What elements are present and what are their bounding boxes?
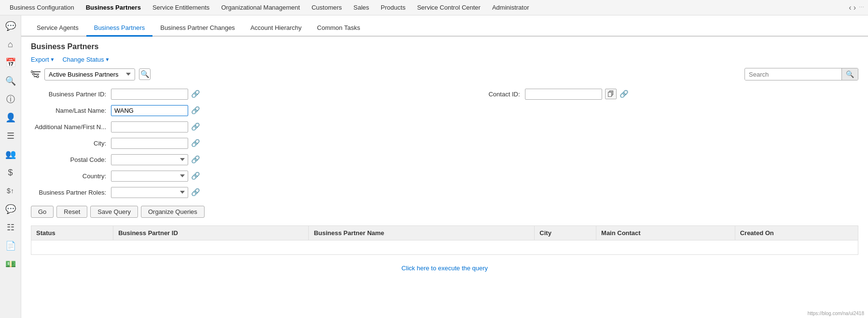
postal-code-row: Postal Code: 🔗 xyxy=(31,153,445,166)
col-main-contact: Main Contact xyxy=(596,226,735,240)
col-created-on: Created On xyxy=(735,226,858,240)
col-business-partner-id: Business Partner ID xyxy=(113,226,309,240)
business-partner-id-label: Business Partner ID: xyxy=(31,91,108,98)
form-right-column: Contact ID: 🗍 🔗 xyxy=(445,87,859,199)
contact-id-label: Contact ID: xyxy=(445,91,522,98)
search-box: 🔍 xyxy=(744,68,858,80)
dollar2-icon[interactable]: $↑ xyxy=(2,182,19,199)
search-input[interactable] xyxy=(745,69,841,80)
city-link-icon[interactable]: 🔗 xyxy=(191,139,200,147)
country-row: Country: 🔗 xyxy=(31,169,445,183)
nav-service-entitlements[interactable]: Service Entitlements xyxy=(147,0,216,15)
nav-more[interactable]: ⋯ xyxy=(859,4,864,11)
name-last-name-row: Name/Last Name: 🔗 xyxy=(31,104,445,117)
page-body: Business Partners Export ▼ Change Status… xyxy=(21,37,868,318)
business-partner-id-link-icon[interactable]: 🔗 xyxy=(191,90,200,98)
info-icon[interactable]: ⓘ xyxy=(2,91,19,108)
postal-code-label: Postal Code: xyxy=(31,156,108,163)
postal-code-select[interactable] xyxy=(111,154,188,165)
results-table: Status Business Partner ID Business Part… xyxy=(31,225,858,255)
svg-point-5 xyxy=(37,76,39,78)
name-last-name-input[interactable] xyxy=(111,105,188,116)
nav-arrows: ‹ › xyxy=(849,3,856,12)
name-last-name-link-icon[interactable]: 🔗 xyxy=(191,106,200,115)
table-icon[interactable]: ☷ xyxy=(2,219,19,236)
table-empty-row xyxy=(31,240,858,255)
organize-queries-button[interactable]: Organize Queries xyxy=(141,206,205,218)
filter-row: Active Business Partners All Business Pa… xyxy=(31,68,858,80)
group-icon[interactable]: 👥 xyxy=(2,146,19,163)
business-partner-roles-select[interactable] xyxy=(111,187,188,198)
nav-business-partners[interactable]: Business Partners xyxy=(80,0,147,15)
additional-name-label: Additional Name/First N... xyxy=(31,123,108,131)
business-partner-roles-link-icon[interactable]: 🔗 xyxy=(191,188,200,197)
city-label: City: xyxy=(31,140,108,147)
person-icon[interactable]: 👤 xyxy=(2,109,19,126)
tab-account-hierarchy[interactable]: Account Hierarchy xyxy=(243,20,309,37)
main-content: Service Agents Business Partners Busines… xyxy=(21,15,868,318)
business-partner-roles-label: Business Partner Roles: xyxy=(31,189,108,196)
nav-business-config[interactable]: Business Configuration xyxy=(4,0,80,15)
search-sidebar-icon[interactable]: 🔍 xyxy=(2,72,19,90)
coin-icon[interactable]: 💵 xyxy=(2,255,19,273)
contact-id-input[interactable] xyxy=(525,89,602,100)
go-button[interactable]: Go xyxy=(31,206,54,218)
tab-business-partners[interactable]: Business Partners xyxy=(86,20,153,37)
top-navigation: Business Configuration Business Partners… xyxy=(0,0,868,15)
svg-point-3 xyxy=(31,71,33,73)
contact-id-link-icon[interactable]: 🔗 xyxy=(620,90,629,98)
tab-common-tasks[interactable]: Common Tasks xyxy=(309,20,368,37)
nav-products[interactable]: Products xyxy=(375,0,411,15)
nav-service-control-center[interactable]: Service Control Center xyxy=(411,0,486,15)
save-query-button[interactable]: Save Query xyxy=(90,206,138,218)
sub-tab-bar: Service Agents Business Partners Busines… xyxy=(21,15,868,37)
col-status: Status xyxy=(31,226,113,240)
filter-dropdown[interactable]: Active Business Partners All Business Pa… xyxy=(44,68,135,80)
city-row: City: 🔗 xyxy=(31,136,445,150)
export-link[interactable]: Export ▼ xyxy=(31,56,55,63)
page-title: Business Partners xyxy=(31,42,858,51)
search-button[interactable]: 🔍 xyxy=(841,68,858,80)
home-icon[interactable]: ⌂ xyxy=(2,36,19,53)
reset-button[interactable]: Reset xyxy=(56,206,87,218)
col-business-partner-name: Business Partner Name xyxy=(309,226,535,240)
comment-icon[interactable]: 💬 xyxy=(2,200,19,218)
search-form: Business Partner ID: 🔗 Name/Last Name: 🔗… xyxy=(31,87,858,199)
country-select[interactable] xyxy=(111,171,188,182)
nav-forward-arrow[interactable]: › xyxy=(854,3,856,12)
execute-query-link[interactable]: Click here to execute the query xyxy=(31,255,858,281)
country-label: Country: xyxy=(31,172,108,180)
nav-customers[interactable]: Customers xyxy=(306,0,348,15)
svg-point-4 xyxy=(33,73,35,75)
tab-business-partner-changes[interactable]: Business Partner Changes xyxy=(152,20,243,37)
additional-name-row: Additional Name/First N... 🔗 xyxy=(31,120,445,133)
additional-name-input[interactable] xyxy=(111,121,188,132)
nav-administrator[interactable]: Administrator xyxy=(486,0,535,15)
footer-url: https://blog.com/na/ui2418 xyxy=(808,311,864,316)
col-city: City xyxy=(535,226,596,240)
copy-icon[interactable]: 🗍 xyxy=(605,89,617,99)
dollar-circle-icon[interactable]: $ xyxy=(2,164,19,181)
nav-sales[interactable]: Sales xyxy=(348,0,375,15)
left-sidebar: 💬 ⌂ 📅 🔍 ⓘ 👤 ☰ 👥 $ $↑ 💬 ☷ 📄 💵 xyxy=(0,15,21,318)
additional-name-link-icon[interactable]: 🔗 xyxy=(191,122,200,131)
change-status-link[interactable]: Change Status ▼ xyxy=(62,56,110,63)
calendar-icon[interactable]: 📅 xyxy=(2,54,19,71)
chat-icon[interactable]: 💬 xyxy=(2,17,19,35)
country-link-icon[interactable]: 🔗 xyxy=(191,172,200,180)
contact-id-row: Contact ID: 🗍 🔗 xyxy=(445,87,859,101)
magnifier-button[interactable]: 🔍 xyxy=(139,68,151,80)
doc-icon[interactable]: 📄 xyxy=(2,237,19,254)
business-partner-roles-row: Business Partner Roles: 🔗 xyxy=(31,186,445,199)
business-partner-id-input[interactable] xyxy=(111,89,188,100)
postal-code-link-icon[interactable]: 🔗 xyxy=(191,155,200,164)
city-input[interactable] xyxy=(111,138,188,149)
action-bar: Export ▼ Change Status ▼ xyxy=(31,56,858,63)
nav-organizational-management[interactable]: Organizational Management xyxy=(215,0,305,15)
list-icon[interactable]: ☰ xyxy=(2,127,19,145)
form-button-row: Go Reset Save Query Organize Queries xyxy=(31,206,858,218)
tab-service-agents[interactable]: Service Agents xyxy=(29,20,86,37)
nav-back-arrow[interactable]: ‹ xyxy=(849,3,851,12)
filter-icon xyxy=(31,70,41,79)
name-last-name-label: Name/Last Name: xyxy=(31,107,108,114)
